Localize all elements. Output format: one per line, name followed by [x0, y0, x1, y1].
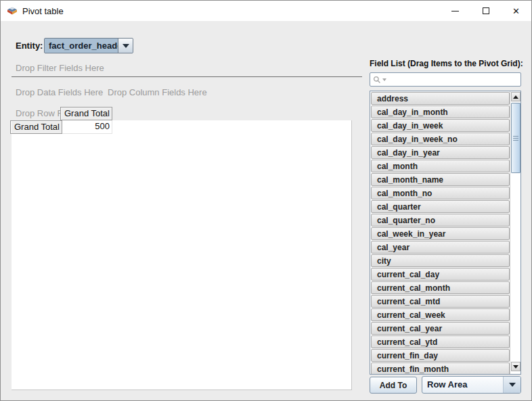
field-list-item[interactable]: cal_day_in_week	[371, 119, 510, 132]
field-search-input[interactable]	[386, 74, 520, 85]
search-icon	[373, 76, 381, 84]
column-drop-zone[interactable]: Drop Column Fields Here	[108, 87, 207, 97]
field-list-item[interactable]: cal_day_in_month	[371, 105, 510, 118]
field-list-scrollbar[interactable]	[510, 91, 520, 374]
scrollbar-thumb-grip	[513, 136, 518, 142]
column-grand-total-header[interactable]: Grand Total	[60, 107, 112, 120]
field-list-item[interactable]: current_fin_month	[371, 362, 510, 375]
field-list-item[interactable]: current_cal_month	[371, 281, 510, 294]
window-controls: ✕	[440, 1, 531, 21]
chevron-down-icon	[123, 44, 129, 48]
field-list-item[interactable]: cal_day_in_week_no	[371, 133, 510, 145]
chevron-down-icon	[509, 383, 516, 387]
field-list-item[interactable]: cal_week_in_year	[371, 227, 510, 240]
field-list-item[interactable]: cal_year	[371, 241, 510, 254]
pivot-grid-body	[12, 120, 352, 390]
field-list-item[interactable]: current_cal_ytd	[371, 335, 510, 348]
window-title: Pivot table	[22, 6, 64, 16]
filter-drop-zone[interactable]: Drop Filter Fields Here	[16, 63, 104, 73]
field-list-item[interactable]: city	[371, 254, 510, 267]
field-search-box	[370, 72, 521, 87]
entity-combobox-arrow-button[interactable]	[118, 39, 133, 53]
field-list-item[interactable]: current_cal_day	[371, 268, 510, 281]
field-list-item[interactable]: cal_day_in_year	[371, 146, 510, 159]
entity-combobox-value: fact_order_header	[45, 39, 118, 53]
arrow-up-icon	[513, 95, 518, 99]
close-icon: ✕	[512, 7, 520, 16]
field-list-item[interactable]: cal_quarter_no	[371, 214, 510, 227]
field-list-item[interactable]: current_cal_year	[371, 322, 510, 335]
add-to-button[interactable]: Add To	[370, 377, 417, 394]
field-list-item[interactable]: current_cal_week	[371, 308, 510, 321]
minimize-icon	[451, 11, 459, 11]
field-list: addresscal_day_in_monthcal_day_in_weekca…	[370, 91, 521, 375]
titlebar: Pivot table ✕	[1, 1, 531, 21]
java-app-icon	[7, 5, 18, 16]
field-list-item[interactable]: cal_month_name	[371, 173, 510, 186]
pivot-table-window: Pivot table ✕ Entity: fact_order_header …	[0, 0, 532, 401]
field-list-item[interactable]: cal_quarter	[371, 200, 510, 213]
maximize-icon	[483, 7, 489, 14]
field-list-item[interactable]: cal_month	[371, 160, 510, 172]
entity-combobox[interactable]: fact_order_header	[44, 38, 133, 53]
scroll-down-button[interactable]	[511, 362, 520, 371]
arrow-down-icon	[513, 365, 518, 369]
close-button[interactable]: ✕	[501, 1, 531, 21]
row-drop-zone[interactable]: Drop Row Fields Here	[16, 108, 60, 118]
field-list-item[interactable]: current_cal_mtd	[371, 295, 510, 308]
scroll-up-button[interactable]	[511, 92, 520, 101]
filter-zone-divider	[12, 76, 362, 77]
field-list-item[interactable]: current_fin_day	[371, 349, 510, 362]
field-list-items: addresscal_day_in_monthcal_day_in_weekca…	[371, 92, 510, 375]
field-list-item[interactable]: cal_month_no	[371, 187, 510, 199]
row-grand-total-header[interactable]: Grand Total	[10, 120, 62, 134]
maximize-button[interactable]	[470, 1, 501, 21]
grand-total-value-cell: 500	[62, 120, 112, 134]
data-drop-zone[interactable]: Drop Data Fields Here	[16, 87, 103, 97]
target-area-combobox[interactable]: Row Area	[422, 376, 521, 394]
target-area-combobox-arrow-button[interactable]	[503, 377, 520, 393]
minimize-button[interactable]	[440, 1, 470, 21]
field-list-item[interactable]: address	[371, 92, 510, 105]
scrollbar-thumb[interactable]	[511, 103, 520, 173]
field-list-label: Field List (Drag Items to the Pivot Grid…	[370, 59, 523, 68]
target-area-combobox-value: Row Area	[422, 377, 503, 393]
entity-label: Entity:	[16, 41, 43, 51]
